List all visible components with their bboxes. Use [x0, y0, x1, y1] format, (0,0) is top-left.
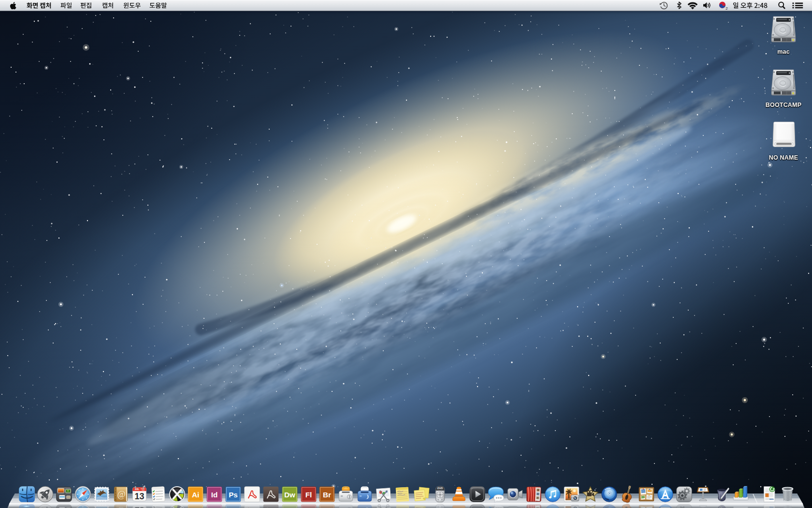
svg-text:@: @: [117, 490, 125, 499]
svg-text:Br: Br: [323, 491, 331, 499]
svg-text:Dw: Dw: [284, 491, 295, 499]
svg-text:13: 13: [134, 492, 144, 501]
svg-text:Fl: Fl: [305, 491, 312, 499]
svg-text:2: 2: [725, 6, 728, 11]
svg-text:Ai: Ai: [192, 491, 199, 499]
svg-text:13: 13: [134, 505, 144, 508]
svg-text:Ps: Ps: [229, 491, 238, 499]
svg-text:Id: Id: [211, 491, 218, 499]
svg-text:DVD: DVD: [437, 487, 443, 490]
